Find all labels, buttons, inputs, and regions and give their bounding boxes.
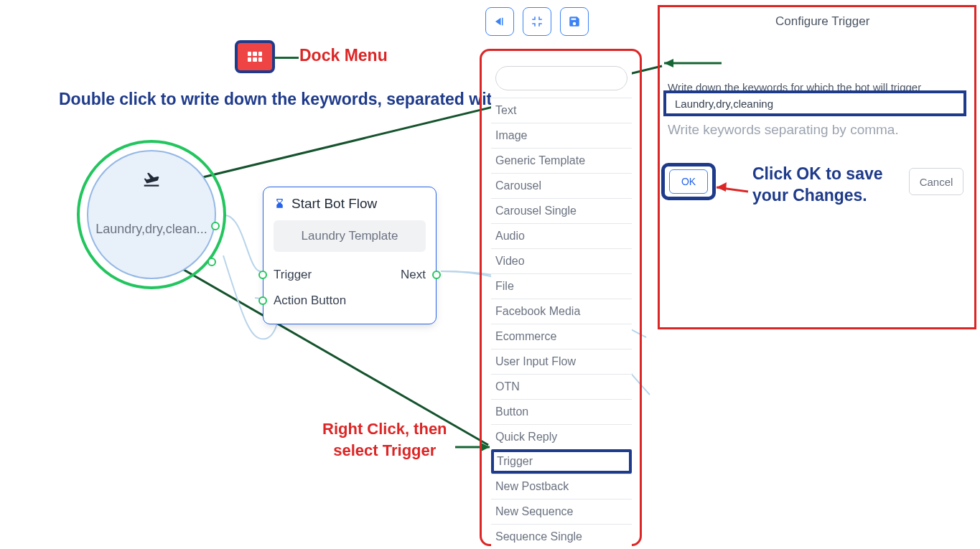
context-menu-item[interactable]: New Postback (491, 474, 632, 499)
node-port[interactable] (207, 258, 216, 266)
context-menu-item[interactable]: Facebook Media (491, 299, 632, 324)
annotation-ok: Click OK to save your Changes. (752, 164, 883, 207)
template-chip[interactable]: Laundry Template (274, 220, 426, 252)
node-port[interactable] (211, 222, 220, 230)
card-header: Start Bot Flow (274, 196, 426, 212)
context-menu-item[interactable]: Button (491, 399, 632, 424)
card-port[interactable] (258, 296, 267, 305)
trigger-node-highlight: Laundry,dry,clean... (77, 140, 226, 289)
context-menu-item[interactable]: File (491, 273, 632, 299)
dock-menu-button[interactable] (235, 40, 275, 73)
step-back-icon (493, 15, 506, 28)
compress-icon (531, 15, 543, 28)
svg-line-6 (717, 187, 748, 192)
keywords-input[interactable] (666, 93, 963, 113)
save-button[interactable] (560, 7, 589, 36)
annotation-ok-l2: your Changes. (752, 186, 867, 205)
context-menu-item[interactable]: Trigger (491, 449, 632, 474)
annotation-rightclick-l1: Right Click, then (322, 420, 447, 438)
context-menu-item[interactable]: User Input Flow (491, 349, 632, 374)
card-port[interactable] (432, 271, 441, 279)
plane-takeoff-icon (139, 170, 164, 192)
annotation-dock-label: Dock Menu (299, 46, 388, 65)
keywords-input-highlight (663, 90, 966, 116)
row-label-next: Next (401, 268, 426, 282)
hourglass-icon (274, 197, 286, 211)
back-button[interactable] (485, 7, 514, 36)
annotation-ok-l1: Click OK to save (752, 164, 883, 183)
annotation-doubleclick: Double click to write down the keywords,… (59, 88, 564, 111)
context-menu-item[interactable]: Image (491, 123, 632, 148)
context-menu: TextImageGeneric TemplateCarouselCarouse… (491, 66, 632, 549)
annotation-rightclick-l2: select Trigger (333, 441, 436, 459)
context-search-input[interactable] (495, 66, 627, 90)
context-menu-item[interactable]: Ecommerce (491, 324, 632, 349)
context-menu-item[interactable]: Carousel Single (491, 198, 632, 223)
card-port[interactable] (258, 271, 267, 279)
context-menu-item[interactable]: Sequence Single (491, 524, 632, 549)
context-menu-item[interactable]: Carousel (491, 173, 632, 198)
annotation-rightclick: Right Click, then select Trigger (322, 418, 447, 461)
context-menu-item[interactable]: Quick Reply (491, 424, 632, 449)
annotation-connector (274, 57, 299, 59)
panel-hint: Write keywords separating by comma. (668, 122, 899, 138)
panel-title: Configure Trigger (775, 14, 869, 29)
trigger-node[interactable]: Laundry,dry,clean... (87, 150, 216, 279)
ok-button-highlight: OK (661, 163, 716, 200)
card-title: Start Bot Flow (291, 196, 377, 212)
card-row-action: Action Button (274, 288, 426, 314)
row-label-action: Action Button (274, 294, 346, 308)
fit-button[interactable] (523, 7, 551, 36)
context-menu-item[interactable]: Text (491, 98, 632, 123)
ok-button[interactable]: OK (669, 169, 708, 194)
card-row-trigger: Trigger Next (274, 262, 426, 288)
save-icon (568, 15, 581, 28)
svg-marker-5 (481, 443, 490, 451)
grid-icon (248, 52, 262, 62)
context-menu-item[interactable]: Audio (491, 223, 632, 248)
svg-marker-7 (717, 182, 727, 192)
context-menu-item[interactable]: Video (491, 248, 632, 273)
canvas-toolbar (485, 7, 589, 36)
start-bot-flow-card[interactable]: Start Bot Flow Laundry Template Trigger … (263, 187, 437, 324)
context-menu-item[interactable]: Generic Template (491, 148, 632, 173)
context-menu-item[interactable]: OTN (491, 374, 632, 399)
cancel-button[interactable]: Cancel (909, 168, 963, 195)
svg-marker-1 (664, 59, 673, 67)
row-label-trigger: Trigger (274, 268, 312, 282)
context-menu-item[interactable]: New Sequence (491, 499, 632, 524)
trigger-node-text: Laundry,dry,clean... (95, 222, 207, 237)
